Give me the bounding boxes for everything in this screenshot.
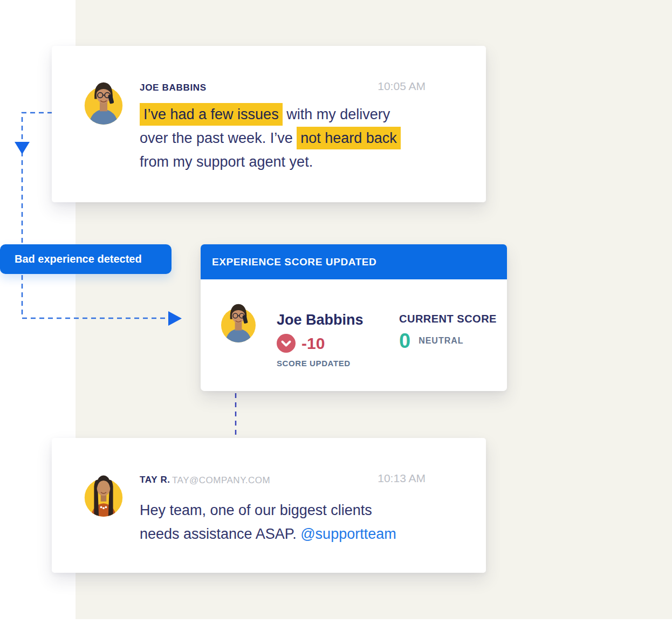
avatar (80, 77, 127, 129)
page-canvas: JOE BABBINS 10:05 AM I’ve had a few issu… (0, 0, 672, 624)
message-body: I’ve had a few issues with my deliveryov… (140, 102, 442, 174)
mention-link[interactable]: @supportteam (300, 526, 396, 542)
customer-message-card: JOE BABBINS 10:05 AM I’ve had a few issu… (52, 46, 486, 202)
current-score-label: CURRENT SCORE (399, 313, 497, 325)
message-text: Hey team, one of our biggest clients (140, 502, 372, 518)
woman-avatar (80, 469, 127, 519)
team-message-card: TAY R. TAY@COMPANY.COM 10:13 AM Hey team… (52, 438, 486, 573)
current-score-value: 0 (399, 331, 410, 351)
message-timestamp: 10:13 AM (378, 472, 426, 485)
badge-label: Bad experience detected (0, 244, 172, 274)
man-on-phone-avatar (80, 77, 127, 127)
message-text: over the past week. I’ve (140, 130, 297, 146)
current-score-status: NEUTRAL (419, 336, 463, 346)
man-on-phone-avatar (217, 299, 260, 345)
sender-name: TAY R. (140, 475, 170, 485)
highlighted-text: not heard back (297, 127, 401, 149)
message-timestamp: 10:05 AM (378, 80, 426, 93)
highlighted-text: I’ve had a few issues (140, 103, 283, 126)
message-body: Hey team, one of our biggest clientsneed… (140, 498, 485, 546)
sender-name: JOE BABBINS (140, 83, 207, 93)
avatar (80, 469, 127, 521)
message-text: needs assistance ASAP. (140, 526, 300, 542)
chevron-down-circle-icon (277, 334, 296, 353)
score-updated-label: SCORE UPDATED (277, 359, 351, 368)
sender-email: TAY@COMPANY.COM (172, 475, 270, 486)
avatar (217, 299, 260, 347)
score-change-value: -10 (301, 334, 325, 353)
arrow-down-icon (15, 142, 30, 154)
bad-experience-badge: Bad experience detected (0, 244, 172, 274)
experience-score-card: EXPERIENCE SCORE UPDATED Joe Babbins (201, 244, 507, 391)
score-card-header: EXPERIENCE SCORE UPDATED (201, 244, 507, 279)
score-person-name: Joe Babbins (277, 312, 364, 328)
connector-line-top (22, 113, 52, 243)
message-text: with my delivery (283, 106, 390, 122)
message-text: from my support agent yet. (140, 154, 313, 170)
score-card-title: EXPERIENCE SCORE UPDATED (201, 244, 507, 279)
